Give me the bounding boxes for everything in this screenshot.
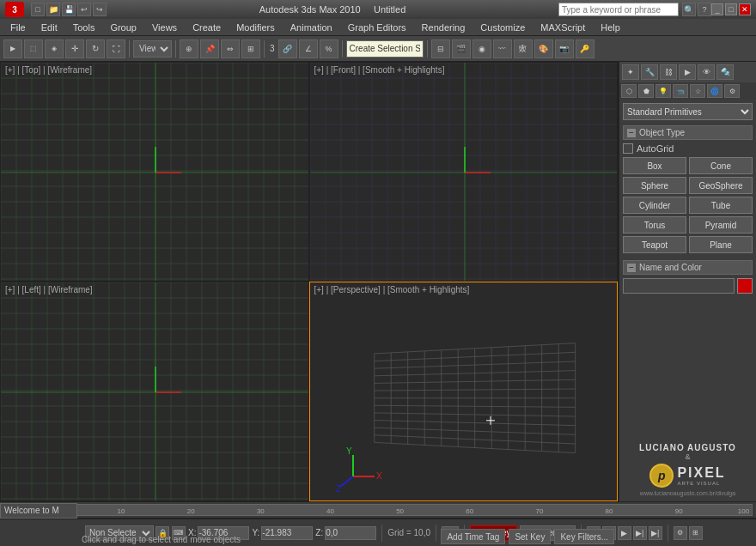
sub-tab-spacewarp[interactable]: 🌀 xyxy=(707,84,722,98)
percent-snap[interactable]: % xyxy=(320,39,338,58)
tl-marker-60: 60 xyxy=(466,507,473,515)
tube-btn[interactable]: Tube xyxy=(689,197,753,214)
next-frame-btn[interactable]: ▶| xyxy=(633,526,647,540)
cylinder-btn[interactable]: Cylinder xyxy=(623,197,686,214)
y-input[interactable] xyxy=(261,526,313,540)
angle-snap[interactable]: ∠ xyxy=(299,39,318,58)
panel-tab-utilities[interactable]: 🔩 xyxy=(716,64,734,80)
move-btn[interactable]: ✛ xyxy=(65,39,84,58)
sub-tab-camera[interactable]: 📹 xyxy=(673,84,688,98)
plane-btn[interactable]: Plane xyxy=(689,236,753,253)
sub-tab-shape[interactable]: ⬟ xyxy=(638,84,654,98)
align-btn[interactable]: ⊕ xyxy=(180,39,198,58)
key-filters-btn[interactable]: Key Filters... xyxy=(554,529,614,544)
close-button[interactable]: ✕ xyxy=(739,3,751,15)
view-select[interactable]: View xyxy=(133,40,172,58)
go-end-btn[interactable]: ▶| xyxy=(649,526,662,540)
panel-content: Standard Primitives − Object Type AutoGr… xyxy=(619,100,756,438)
object-type-label: Object Type xyxy=(639,128,685,137)
new-btn[interactable]: □ xyxy=(31,3,45,16)
window-controls: _ □ ✕ xyxy=(711,3,751,15)
object-category-select[interactable]: Standard Primitives xyxy=(623,103,753,120)
viewport-front[interactable]: [+] | [Front] | [Smooth + Highlights] xyxy=(309,62,619,282)
timeline-track[interactable]: 10 20 30 40 50 60 70 80 90 100 xyxy=(54,504,753,516)
menu-item-help[interactable]: Help xyxy=(594,21,627,34)
save-btn[interactable]: 💾 xyxy=(62,3,76,16)
menu-item-modifiers[interactable]: Modifiers xyxy=(229,21,282,34)
object-name-input[interactable] xyxy=(623,278,735,294)
snap-label: 3 xyxy=(268,44,277,53)
tl-marker-10: 10 xyxy=(118,507,125,515)
rotate-btn[interactable]: ↻ xyxy=(86,39,105,58)
search-icon[interactable]: 🔍 xyxy=(682,3,696,16)
menu-item-edit[interactable]: Edit xyxy=(34,21,64,34)
menu-item-group[interactable]: Group xyxy=(103,21,143,34)
add-time-tag-btn[interactable]: Add Time Tag xyxy=(441,529,505,544)
mirror-btn[interactable]: ⇔ xyxy=(221,39,240,58)
viewport-left[interactable]: [+] | [Left] | [Wireframe] xyxy=(0,282,309,501)
select-filter-btn[interactable]: ◈ xyxy=(45,39,64,58)
play-btn[interactable]: ▶ xyxy=(618,526,631,540)
name-color-header[interactable]: − Name and Color xyxy=(623,260,753,275)
box-btn[interactable]: Box xyxy=(623,157,686,174)
menu-item-rendering[interactable]: Rendering xyxy=(415,21,472,34)
menu-item-animation[interactable]: Animation xyxy=(284,21,339,34)
curve-btn[interactable]: 〰 xyxy=(493,39,512,58)
menu-item-graph editors[interactable]: Graph Editors xyxy=(341,21,413,34)
sub-tab-systems[interactable]: ⚙ xyxy=(724,84,740,98)
undo-btn[interactable]: ↩ xyxy=(77,3,91,16)
menu-item-customize[interactable]: Customize xyxy=(473,21,532,34)
snap-toggle[interactable]: 🔗 xyxy=(278,39,297,58)
color-clip-btn[interactable]: 🎨 xyxy=(534,39,553,58)
menu-item-tools[interactable]: Tools xyxy=(66,21,102,34)
name-input-row xyxy=(623,278,753,294)
selection-filter-input[interactable] xyxy=(346,40,424,58)
select-region-btn[interactable]: ⬚ xyxy=(24,39,43,58)
render-btn[interactable]: 🎬 xyxy=(452,39,471,58)
object-type-section[interactable]: − Object Type xyxy=(623,125,753,140)
set-key-btn[interactable]: Set Key xyxy=(509,529,551,544)
window-title: Autodesk 3ds Max 2010 Untitled xyxy=(107,4,558,15)
search-input[interactable] xyxy=(558,3,679,16)
panel-tab-display[interactable]: 👁 xyxy=(698,64,715,80)
autogrid-checkbox[interactable] xyxy=(623,143,633,154)
color-swatch[interactable] xyxy=(737,278,753,294)
menu-item-file[interactable]: File xyxy=(3,21,33,34)
z-input[interactable] xyxy=(325,526,376,540)
menu-item-views[interactable]: Views xyxy=(145,21,184,34)
teapot-btn[interactable]: Teapot xyxy=(623,236,686,253)
schematic-btn[interactable]: 🕸 xyxy=(514,39,533,58)
sub-tab-geo[interactable]: ⬡ xyxy=(621,84,637,98)
select-object-btn[interactable]: ▶ xyxy=(3,39,22,58)
tl-marker-90: 90 xyxy=(675,507,683,515)
material-btn[interactable]: ◉ xyxy=(472,39,491,58)
snap-btn[interactable]: 📌 xyxy=(200,39,219,58)
panel-tab-modify[interactable]: 🔧 xyxy=(641,64,658,80)
panel-tab-create[interactable]: ✦ xyxy=(622,64,639,80)
viewport-top[interactable]: [+] | [Top] | [Wireframe] xyxy=(0,62,309,282)
menu-item-create[interactable]: Create xyxy=(186,21,228,34)
geosphere-btn[interactable]: GeoSphere xyxy=(689,177,753,194)
open-btn[interactable]: 📁 xyxy=(46,3,60,16)
sub-tab-light[interactable]: 💡 xyxy=(655,84,671,98)
help-icon[interactable]: ? xyxy=(698,3,711,16)
maximize-button[interactable]: □ xyxy=(725,3,737,15)
panel-tab-hierarchy[interactable]: ⛓ xyxy=(660,64,677,80)
redo-btn[interactable]: ↪ xyxy=(93,3,107,16)
scale-btn[interactable]: ⛶ xyxy=(107,39,125,58)
array-btn[interactable]: ⊞ xyxy=(241,39,260,58)
pyramid-btn[interactable]: Pyramid xyxy=(689,216,753,234)
viewport-layout-btn[interactable]: ⊞ xyxy=(689,526,703,540)
viewport-perspective[interactable]: [+] | [Perspective] | [Smooth + Highligh… xyxy=(309,282,619,501)
cone-btn[interactable]: Cone xyxy=(689,157,753,174)
menu-item-maxscript[interactable]: MAXScript xyxy=(533,21,592,34)
panel-tab-motion[interactable]: ▶ xyxy=(679,64,696,80)
minimize-button[interactable]: _ xyxy=(711,3,723,15)
capture-btn[interactable]: 📷 xyxy=(555,39,574,58)
sphere-btn[interactable]: Sphere xyxy=(623,177,686,194)
auto-key-btn[interactable]: 🔑 xyxy=(576,39,594,58)
layer-btn[interactable]: ⊟ xyxy=(431,39,450,58)
sub-tab-helper[interactable]: ☆ xyxy=(690,84,705,98)
time-config-btn[interactable]: ⚙ xyxy=(674,526,687,540)
torus-btn[interactable]: Torus xyxy=(623,216,686,234)
